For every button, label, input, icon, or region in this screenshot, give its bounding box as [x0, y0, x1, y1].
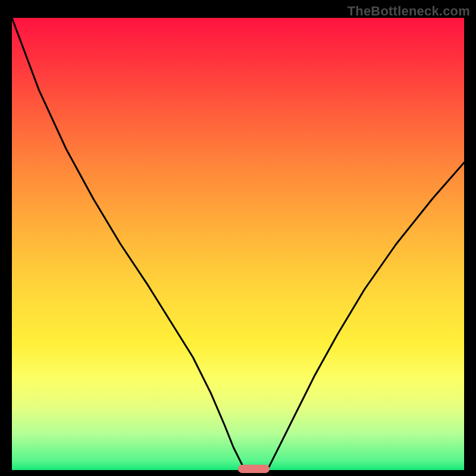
optimal-range-marker — [238, 465, 270, 473]
right-curve-line — [267, 162, 464, 470]
watermark-text: TheBottleneck.com — [347, 4, 470, 19]
chart-container: TheBottleneck.com — [0, 0, 476, 476]
curve-overlay — [12, 18, 464, 470]
left-curve-line — [12, 18, 245, 470]
